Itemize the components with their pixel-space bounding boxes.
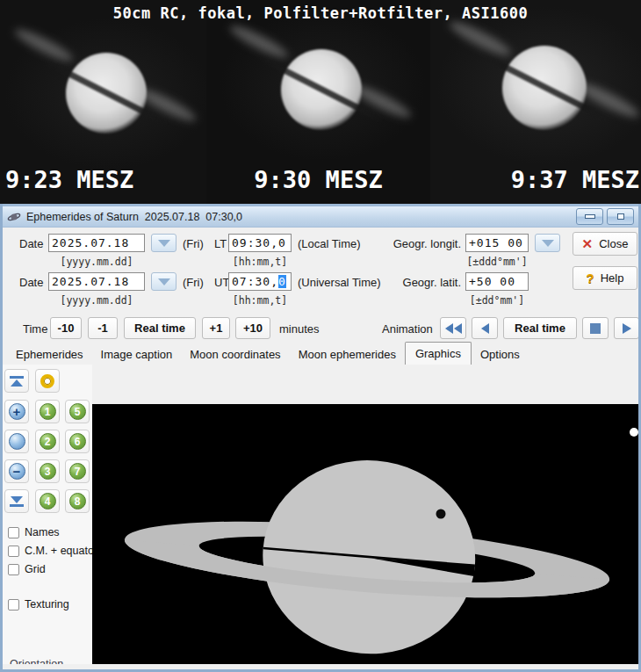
date-input-2[interactable]: 2025.07.18 — [48, 272, 145, 291]
moon-5-button[interactable]: 5 — [65, 400, 90, 423]
weekday-2: (Fri) — [183, 276, 204, 289]
animation-step-back-button[interactable] — [472, 317, 498, 339]
left-tool-panel: + 1 5 2 6 − 3 7 4 8 — [3, 365, 92, 664]
date-dropdown-1[interactable] — [151, 234, 176, 252]
moon-6-icon: 6 — [69, 433, 86, 450]
texturing-checkbox-label: Texturing — [25, 598, 69, 611]
time-format-2: [hh:mm,t] — [225, 294, 295, 307]
rings-toggle-button[interactable] — [35, 369, 60, 393]
stop-icon — [590, 323, 601, 334]
date-dropdown-2[interactable] — [151, 272, 176, 291]
ut-label: UT — [214, 276, 229, 289]
grid-checkbox-row[interactable]: Grid — [8, 563, 46, 575]
moon-3-button[interactable]: 3 — [35, 459, 60, 483]
moon-8-icon: 8 — [69, 493, 86, 509]
tab-moon-coordinates[interactable]: Moon coordinates — [181, 344, 289, 365]
step-back-icon — [481, 323, 489, 334]
time-realtime-button[interactable]: Real time — [124, 317, 196, 339]
minutes-label: minutes — [279, 322, 320, 336]
window-body: Date 2025.07.18 (Fri) LT 09:30,0 (Local … — [3, 228, 638, 664]
names-checkbox-label: Names — [25, 526, 60, 538]
zoom-reset-button[interactable] — [4, 430, 29, 453]
close-button-label: Close — [599, 237, 628, 250]
animation-fast-back-button[interactable] — [440, 317, 466, 339]
moon-2-icon: 2 — [40, 433, 56, 450]
tab-ephemerides[interactable]: Ephemerides — [7, 344, 92, 365]
restore-button[interactable] — [607, 208, 634, 225]
align-top-icon — [10, 376, 24, 387]
moon-7-icon: 7 — [69, 463, 86, 480]
align-top-button[interactable] — [4, 369, 29, 393]
titlebar[interactable]: Ephemerides of Saturn 2025.07.18 07:30,0 — [3, 204, 638, 228]
latitude-input[interactable]: +50 00 — [465, 272, 529, 291]
ut-input[interactable]: 07:30,0 — [228, 272, 292, 291]
moon-dot — [630, 428, 638, 437]
animation-stop-button[interactable] — [582, 317, 609, 339]
time-plus1-button[interactable]: +1 — [202, 317, 230, 339]
zoom-out-button[interactable]: − — [4, 459, 29, 483]
grid-checkbox[interactable] — [8, 564, 19, 575]
align-bottom-button[interactable] — [4, 489, 29, 513]
saturn-render-canvas[interactable] — [92, 404, 638, 664]
moon-3-icon: 3 — [40, 463, 56, 480]
rings-icon — [40, 374, 54, 388]
longitude-input[interactable]: +015 00 — [465, 234, 529, 252]
minimize-icon — [585, 214, 595, 219]
moon-1-button[interactable]: 1 — [35, 400, 60, 423]
cm-equator-checkbox-row[interactable]: C.M. + equator — [8, 545, 97, 557]
app-icon — [7, 210, 21, 224]
close-button[interactable]: ✕ Close — [573, 232, 637, 256]
animation-realtime-button[interactable]: Real time — [503, 317, 577, 339]
chevron-down-icon — [542, 240, 554, 247]
moon-4-icon: 4 — [40, 493, 56, 509]
help-button[interactable]: ? Help — [573, 266, 637, 290]
texturing-checkbox[interactable] — [8, 599, 19, 611]
time-minus10-button[interactable]: -10 — [50, 317, 82, 339]
texturing-checkbox-row[interactable]: Texturing — [8, 598, 69, 611]
date-input-1[interactable]: 2025.07.18 — [48, 234, 145, 252]
sphere-icon — [9, 433, 25, 450]
saturn-photo-strip: 50cm RC, fokal, Polfilter+Rotfilter, ASI… — [0, 0, 641, 204]
timestamp-2: 9:30 MESZ — [254, 166, 382, 193]
tab-graphics[interactable]: Graphics — [405, 342, 472, 365]
skip-back-icon — [445, 323, 462, 334]
moon-6-button[interactable]: 6 — [65, 430, 90, 453]
names-checkbox-row[interactable]: Names — [8, 526, 60, 538]
time-plus10-button[interactable]: +10 — [235, 317, 270, 339]
moon-shadow — [436, 509, 446, 519]
moon-1-icon: 1 — [40, 403, 56, 420]
moon-8-button[interactable]: 8 — [65, 489, 90, 513]
play-icon — [623, 323, 631, 334]
longitude-dropdown[interactable] — [535, 234, 560, 252]
photo-strip-title: 50cm RC, fokal, Polfilter+Rotfilter, ASI… — [0, 4, 641, 22]
universal-time-caption: (Universal Time) — [298, 276, 381, 289]
lt-input[interactable]: 09:30,0 — [228, 234, 292, 252]
tab-moon-ephemerides[interactable]: Moon ephemerides — [290, 344, 405, 365]
moon-7-button[interactable]: 7 — [65, 459, 90, 483]
grid-checkbox-label: Grid — [25, 563, 46, 575]
latitude-label: Geogr. latit. — [389, 276, 461, 289]
moon-4-button[interactable]: 4 — [35, 489, 60, 513]
tab-image-caption[interactable]: Image caption — [92, 344, 182, 365]
moon-2-button[interactable]: 2 — [35, 430, 60, 453]
moon-5-icon: 5 — [69, 403, 86, 420]
time-minus1-button[interactable]: -1 — [88, 317, 118, 339]
weekday-1: (Fri) — [183, 237, 204, 250]
date-format-2: [yyyy.mm.dd] — [48, 294, 145, 307]
ut-selected-digit: 0 — [278, 275, 286, 288]
zoom-in-icon: + — [9, 403, 25, 420]
cm-equator-checkbox[interactable] — [8, 546, 19, 557]
zoom-out-icon: − — [9, 463, 25, 480]
chevron-down-icon — [158, 278, 170, 285]
minimize-button[interactable] — [576, 208, 603, 225]
zoom-in-button[interactable]: + — [4, 400, 29, 423]
help-icon: ? — [587, 271, 594, 285]
longitude-label: Geogr. longit. — [389, 237, 461, 250]
names-checkbox[interactable] — [8, 527, 19, 538]
ephemerides-window: Ephemerides of Saturn 2025.07.18 07:30,0… — [0, 204, 641, 672]
latitude-format: [±dd°mm'] — [462, 294, 532, 307]
time-format-1: [hh:mm,t] — [225, 256, 295, 268]
animation-play-button[interactable] — [614, 317, 638, 339]
tab-options[interactable]: Options — [472, 344, 529, 365]
help-button-label: Help — [601, 271, 624, 285]
